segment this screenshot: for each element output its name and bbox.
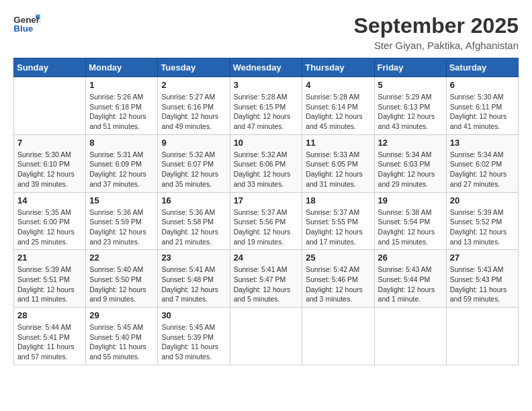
calendar-subtitle: Ster Giyan, Paktika, Afghanistan	[354, 40, 519, 51]
day-info: Sunrise: 5:36 AM Sunset: 5:59 PM Dayligh…	[89, 208, 154, 247]
day-number: 22	[89, 253, 154, 263]
day-info: Sunrise: 5:35 AM Sunset: 6:00 PM Dayligh…	[17, 208, 82, 247]
day-info: Sunrise: 5:34 AM Sunset: 6:03 PM Dayligh…	[378, 150, 443, 189]
calendar-day-cell: 2Sunrise: 5:27 AM Sunset: 6:16 PM Daylig…	[158, 77, 230, 135]
day-number: 30	[161, 310, 226, 320]
calendar-day-cell: 24Sunrise: 5:41 AM Sunset: 5:47 PM Dayli…	[230, 250, 302, 308]
day-info: Sunrise: 5:38 AM Sunset: 5:54 PM Dayligh…	[378, 208, 443, 247]
day-info: Sunrise: 5:45 AM Sunset: 5:39 PM Dayligh…	[161, 322, 226, 362]
day-info: Sunrise: 5:29 AM Sunset: 6:13 PM Dayligh…	[378, 92, 443, 132]
day-info: Sunrise: 5:31 AM Sunset: 6:09 PM Dayligh…	[89, 150, 154, 189]
day-number: 29	[89, 310, 154, 320]
day-info: Sunrise: 5:30 AM Sunset: 6:11 PM Dayligh…	[450, 92, 515, 132]
weekday-header: Sunday	[14, 58, 86, 77]
svg-text:Blue: Blue	[13, 24, 33, 34]
day-info: Sunrise: 5:44 AM Sunset: 5:41 PM Dayligh…	[17, 322, 82, 362]
calendar-day-cell: 26Sunrise: 5:43 AM Sunset: 5:44 PM Dayli…	[374, 250, 446, 308]
day-number: 4	[306, 80, 370, 90]
calendar-day-cell: 9Sunrise: 5:32 AM Sunset: 6:07 PM Daylig…	[158, 134, 230, 192]
day-number: 9	[161, 138, 226, 148]
calendar-table: SundayMondayTuesdayWednesdayThursdayFrid…	[13, 58, 519, 365]
day-number: 17	[234, 195, 299, 205]
day-number: 10	[234, 138, 299, 148]
weekday-header: Saturday	[446, 58, 518, 77]
day-info: Sunrise: 5:43 AM Sunset: 5:44 PM Dayligh…	[378, 265, 443, 304]
day-number: 6	[450, 80, 515, 90]
calendar-day-cell	[230, 308, 302, 365]
day-info: Sunrise: 5:40 AM Sunset: 5:50 PM Dayligh…	[89, 265, 154, 304]
day-info: Sunrise: 5:28 AM Sunset: 6:14 PM Dayligh…	[306, 92, 370, 132]
day-info: Sunrise: 5:45 AM Sunset: 5:40 PM Dayligh…	[89, 322, 154, 362]
day-info: Sunrise: 5:36 AM Sunset: 5:58 PM Dayligh…	[161, 208, 226, 247]
day-info: Sunrise: 5:33 AM Sunset: 6:05 PM Dayligh…	[306, 150, 370, 189]
day-number: 23	[161, 253, 226, 263]
calendar-day-cell: 4Sunrise: 5:28 AM Sunset: 6:14 PM Daylig…	[302, 77, 374, 135]
day-info: Sunrise: 5:28 AM Sunset: 6:15 PM Dayligh…	[234, 92, 299, 132]
calendar-day-cell: 23Sunrise: 5:41 AM Sunset: 5:48 PM Dayli…	[158, 250, 230, 308]
day-number: 27	[450, 253, 515, 263]
calendar-day-cell: 19Sunrise: 5:38 AM Sunset: 5:54 PM Dayli…	[374, 192, 446, 250]
day-info: Sunrise: 5:39 AM Sunset: 5:52 PM Dayligh…	[450, 208, 515, 247]
calendar-week-row: 1Sunrise: 5:26 AM Sunset: 6:18 PM Daylig…	[14, 77, 519, 135]
calendar-day-cell	[374, 308, 446, 365]
calendar-day-cell: 28Sunrise: 5:44 AM Sunset: 5:41 PM Dayli…	[14, 308, 86, 365]
calendar-day-cell: 22Sunrise: 5:40 AM Sunset: 5:50 PM Dayli…	[86, 250, 158, 308]
day-number: 24	[234, 253, 299, 263]
weekday-header: Monday	[86, 58, 158, 77]
day-number: 15	[89, 195, 154, 205]
calendar-day-cell: 15Sunrise: 5:36 AM Sunset: 5:59 PM Dayli…	[86, 192, 158, 250]
day-info: Sunrise: 5:32 AM Sunset: 6:06 PM Dayligh…	[234, 150, 299, 189]
day-number: 8	[89, 138, 154, 148]
day-number: 2	[161, 80, 226, 90]
weekday-header: Tuesday	[158, 58, 230, 77]
calendar-day-cell: 1Sunrise: 5:26 AM Sunset: 6:18 PM Daylig…	[86, 77, 158, 135]
day-info: Sunrise: 5:30 AM Sunset: 6:10 PM Dayligh…	[17, 150, 82, 189]
day-info: Sunrise: 5:43 AM Sunset: 5:43 PM Dayligh…	[450, 265, 515, 304]
calendar-day-cell: 20Sunrise: 5:39 AM Sunset: 5:52 PM Dayli…	[446, 192, 518, 250]
calendar-day-cell	[14, 77, 86, 135]
calendar-title: September 2025	[354, 13, 519, 38]
calendar-day-cell	[302, 308, 374, 365]
generalblue-logo-icon: General Blue	[13, 13, 40, 34]
logo: General Blue	[13, 13, 40, 34]
calendar-header-row: SundayMondayTuesdayWednesdayThursdayFrid…	[14, 58, 519, 77]
day-info: Sunrise: 5:37 AM Sunset: 5:56 PM Dayligh…	[234, 208, 299, 247]
day-number: 20	[450, 195, 515, 205]
calendar-day-cell: 25Sunrise: 5:42 AM Sunset: 5:46 PM Dayli…	[302, 250, 374, 308]
day-number: 18	[306, 195, 370, 205]
page-header: General Blue September 2025 Ster Giyan, …	[13, 13, 519, 51]
day-number: 13	[450, 138, 515, 148]
day-number: 21	[17, 253, 82, 263]
calendar-day-cell: 14Sunrise: 5:35 AM Sunset: 6:00 PM Dayli…	[14, 192, 86, 250]
day-info: Sunrise: 5:26 AM Sunset: 6:18 PM Dayligh…	[89, 92, 154, 132]
calendar-week-row: 7Sunrise: 5:30 AM Sunset: 6:10 PM Daylig…	[14, 134, 519, 192]
day-number: 14	[17, 195, 82, 205]
calendar-day-cell: 30Sunrise: 5:45 AM Sunset: 5:39 PM Dayli…	[158, 308, 230, 365]
calendar-day-cell: 8Sunrise: 5:31 AM Sunset: 6:09 PM Daylig…	[86, 134, 158, 192]
weekday-header: Wednesday	[230, 58, 302, 77]
calendar-day-cell: 27Sunrise: 5:43 AM Sunset: 5:43 PM Dayli…	[446, 250, 518, 308]
calendar-day-cell	[446, 308, 518, 365]
calendar-day-cell: 17Sunrise: 5:37 AM Sunset: 5:56 PM Dayli…	[230, 192, 302, 250]
weekday-header: Thursday	[302, 58, 374, 77]
day-info: Sunrise: 5:41 AM Sunset: 5:48 PM Dayligh…	[161, 265, 226, 304]
calendar-day-cell: 29Sunrise: 5:45 AM Sunset: 5:40 PM Dayli…	[86, 308, 158, 365]
day-info: Sunrise: 5:39 AM Sunset: 5:51 PM Dayligh…	[17, 265, 82, 304]
calendar-week-row: 28Sunrise: 5:44 AM Sunset: 5:41 PM Dayli…	[14, 308, 519, 365]
calendar-day-cell: 3Sunrise: 5:28 AM Sunset: 6:15 PM Daylig…	[230, 77, 302, 135]
day-number: 5	[378, 80, 443, 90]
calendar-day-cell: 18Sunrise: 5:37 AM Sunset: 5:55 PM Dayli…	[302, 192, 374, 250]
day-number: 1	[89, 80, 154, 90]
day-number: 28	[17, 310, 82, 320]
day-number: 12	[378, 138, 443, 148]
calendar-day-cell: 6Sunrise: 5:30 AM Sunset: 6:11 PM Daylig…	[446, 77, 518, 135]
calendar-day-cell: 10Sunrise: 5:32 AM Sunset: 6:06 PM Dayli…	[230, 134, 302, 192]
day-number: 19	[378, 195, 443, 205]
calendar-day-cell: 21Sunrise: 5:39 AM Sunset: 5:51 PM Dayli…	[14, 250, 86, 308]
day-number: 16	[161, 195, 226, 205]
day-number: 25	[306, 253, 370, 263]
calendar-week-row: 14Sunrise: 5:35 AM Sunset: 6:00 PM Dayli…	[14, 192, 519, 250]
day-info: Sunrise: 5:32 AM Sunset: 6:07 PM Dayligh…	[161, 150, 226, 189]
calendar-day-cell: 5Sunrise: 5:29 AM Sunset: 6:13 PM Daylig…	[374, 77, 446, 135]
calendar-week-row: 21Sunrise: 5:39 AM Sunset: 5:51 PM Dayli…	[14, 250, 519, 308]
